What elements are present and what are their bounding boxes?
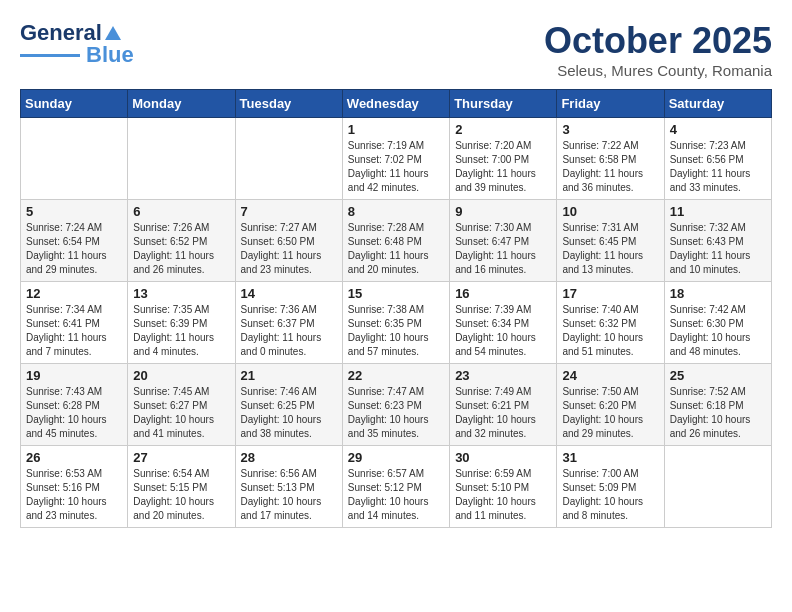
weekday-header-sunday: Sunday xyxy=(21,90,128,118)
day-info: Sunrise: 6:54 AM Sunset: 5:15 PM Dayligh… xyxy=(133,467,229,523)
calendar-cell: 26Sunrise: 6:53 AM Sunset: 5:16 PM Dayli… xyxy=(21,446,128,528)
day-number: 2 xyxy=(455,122,551,137)
day-info: Sunrise: 7:45 AM Sunset: 6:27 PM Dayligh… xyxy=(133,385,229,441)
day-info: Sunrise: 7:20 AM Sunset: 7:00 PM Dayligh… xyxy=(455,139,551,195)
day-info: Sunrise: 7:22 AM Sunset: 6:58 PM Dayligh… xyxy=(562,139,658,195)
calendar-table: SundayMondayTuesdayWednesdayThursdayFrid… xyxy=(20,89,772,528)
calendar-week-4: 19Sunrise: 7:43 AM Sunset: 6:28 PM Dayli… xyxy=(21,364,772,446)
calendar-week-3: 12Sunrise: 7:34 AM Sunset: 6:41 PM Dayli… xyxy=(21,282,772,364)
weekday-header-thursday: Thursday xyxy=(450,90,557,118)
day-info: Sunrise: 7:38 AM Sunset: 6:35 PM Dayligh… xyxy=(348,303,444,359)
day-number: 11 xyxy=(670,204,766,219)
day-number: 21 xyxy=(241,368,337,383)
day-number: 3 xyxy=(562,122,658,137)
calendar-cell: 3Sunrise: 7:22 AM Sunset: 6:58 PM Daylig… xyxy=(557,118,664,200)
calendar-cell: 16Sunrise: 7:39 AM Sunset: 6:34 PM Dayli… xyxy=(450,282,557,364)
calendar-cell xyxy=(128,118,235,200)
day-number: 14 xyxy=(241,286,337,301)
day-number: 29 xyxy=(348,450,444,465)
day-info: Sunrise: 7:26 AM Sunset: 6:52 PM Dayligh… xyxy=(133,221,229,277)
weekday-header-monday: Monday xyxy=(128,90,235,118)
calendar-cell: 24Sunrise: 7:50 AM Sunset: 6:20 PM Dayli… xyxy=(557,364,664,446)
day-number: 18 xyxy=(670,286,766,301)
calendar-cell: 12Sunrise: 7:34 AM Sunset: 6:41 PM Dayli… xyxy=(21,282,128,364)
day-number: 7 xyxy=(241,204,337,219)
calendar-cell: 31Sunrise: 7:00 AM Sunset: 5:09 PM Dayli… xyxy=(557,446,664,528)
day-number: 16 xyxy=(455,286,551,301)
calendar-cell: 21Sunrise: 7:46 AM Sunset: 6:25 PM Dayli… xyxy=(235,364,342,446)
logo-blue: Blue xyxy=(86,42,134,68)
day-number: 24 xyxy=(562,368,658,383)
day-number: 20 xyxy=(133,368,229,383)
logo: General Blue xyxy=(20,20,134,68)
day-number: 5 xyxy=(26,204,122,219)
day-info: Sunrise: 7:00 AM Sunset: 5:09 PM Dayligh… xyxy=(562,467,658,523)
svg-marker-0 xyxy=(105,26,121,40)
day-number: 6 xyxy=(133,204,229,219)
calendar-cell: 22Sunrise: 7:47 AM Sunset: 6:23 PM Dayli… xyxy=(342,364,449,446)
calendar-cell: 20Sunrise: 7:45 AM Sunset: 6:27 PM Dayli… xyxy=(128,364,235,446)
day-number: 1 xyxy=(348,122,444,137)
day-info: Sunrise: 7:46 AM Sunset: 6:25 PM Dayligh… xyxy=(241,385,337,441)
calendar-cell: 2Sunrise: 7:20 AM Sunset: 7:00 PM Daylig… xyxy=(450,118,557,200)
calendar-cell: 9Sunrise: 7:30 AM Sunset: 6:47 PM Daylig… xyxy=(450,200,557,282)
day-info: Sunrise: 7:23 AM Sunset: 6:56 PM Dayligh… xyxy=(670,139,766,195)
day-info: Sunrise: 6:59 AM Sunset: 5:10 PM Dayligh… xyxy=(455,467,551,523)
day-info: Sunrise: 7:31 AM Sunset: 6:45 PM Dayligh… xyxy=(562,221,658,277)
calendar-header-row: SundayMondayTuesdayWednesdayThursdayFrid… xyxy=(21,90,772,118)
day-info: Sunrise: 7:40 AM Sunset: 6:32 PM Dayligh… xyxy=(562,303,658,359)
calendar-cell: 19Sunrise: 7:43 AM Sunset: 6:28 PM Dayli… xyxy=(21,364,128,446)
day-info: Sunrise: 7:24 AM Sunset: 6:54 PM Dayligh… xyxy=(26,221,122,277)
month-title: October 2025 xyxy=(544,20,772,62)
calendar-cell: 7Sunrise: 7:27 AM Sunset: 6:50 PM Daylig… xyxy=(235,200,342,282)
calendar-cell: 30Sunrise: 6:59 AM Sunset: 5:10 PM Dayli… xyxy=(450,446,557,528)
day-info: Sunrise: 7:36 AM Sunset: 6:37 PM Dayligh… xyxy=(241,303,337,359)
calendar-cell: 10Sunrise: 7:31 AM Sunset: 6:45 PM Dayli… xyxy=(557,200,664,282)
calendar-cell: 25Sunrise: 7:52 AM Sunset: 6:18 PM Dayli… xyxy=(664,364,771,446)
day-info: Sunrise: 7:39 AM Sunset: 6:34 PM Dayligh… xyxy=(455,303,551,359)
subtitle: Seleus, Mures County, Romania xyxy=(544,62,772,79)
title-block: October 2025 Seleus, Mures County, Roman… xyxy=(544,20,772,79)
calendar-cell: 5Sunrise: 7:24 AM Sunset: 6:54 PM Daylig… xyxy=(21,200,128,282)
calendar-cell xyxy=(21,118,128,200)
weekday-header-saturday: Saturday xyxy=(664,90,771,118)
day-info: Sunrise: 7:30 AM Sunset: 6:47 PM Dayligh… xyxy=(455,221,551,277)
logo-triangle-icon xyxy=(104,24,122,42)
day-info: Sunrise: 7:32 AM Sunset: 6:43 PM Dayligh… xyxy=(670,221,766,277)
calendar-cell: 14Sunrise: 7:36 AM Sunset: 6:37 PM Dayli… xyxy=(235,282,342,364)
weekday-header-wednesday: Wednesday xyxy=(342,90,449,118)
page-header: General Blue October 2025 Seleus, Mures … xyxy=(20,20,772,79)
calendar-week-1: 1Sunrise: 7:19 AM Sunset: 7:02 PM Daylig… xyxy=(21,118,772,200)
day-number: 4 xyxy=(670,122,766,137)
day-info: Sunrise: 7:35 AM Sunset: 6:39 PM Dayligh… xyxy=(133,303,229,359)
day-number: 19 xyxy=(26,368,122,383)
day-info: Sunrise: 7:49 AM Sunset: 6:21 PM Dayligh… xyxy=(455,385,551,441)
calendar-cell: 13Sunrise: 7:35 AM Sunset: 6:39 PM Dayli… xyxy=(128,282,235,364)
day-info: Sunrise: 7:42 AM Sunset: 6:30 PM Dayligh… xyxy=(670,303,766,359)
calendar-cell: 4Sunrise: 7:23 AM Sunset: 6:56 PM Daylig… xyxy=(664,118,771,200)
day-info: Sunrise: 6:53 AM Sunset: 5:16 PM Dayligh… xyxy=(26,467,122,523)
calendar-cell: 11Sunrise: 7:32 AM Sunset: 6:43 PM Dayli… xyxy=(664,200,771,282)
day-info: Sunrise: 7:52 AM Sunset: 6:18 PM Dayligh… xyxy=(670,385,766,441)
day-info: Sunrise: 6:57 AM Sunset: 5:12 PM Dayligh… xyxy=(348,467,444,523)
day-info: Sunrise: 6:56 AM Sunset: 5:13 PM Dayligh… xyxy=(241,467,337,523)
day-number: 23 xyxy=(455,368,551,383)
day-info: Sunrise: 7:34 AM Sunset: 6:41 PM Dayligh… xyxy=(26,303,122,359)
day-number: 10 xyxy=(562,204,658,219)
calendar-cell xyxy=(664,446,771,528)
calendar-cell: 23Sunrise: 7:49 AM Sunset: 6:21 PM Dayli… xyxy=(450,364,557,446)
day-number: 25 xyxy=(670,368,766,383)
calendar-week-5: 26Sunrise: 6:53 AM Sunset: 5:16 PM Dayli… xyxy=(21,446,772,528)
day-info: Sunrise: 7:43 AM Sunset: 6:28 PM Dayligh… xyxy=(26,385,122,441)
calendar-cell: 29Sunrise: 6:57 AM Sunset: 5:12 PM Dayli… xyxy=(342,446,449,528)
day-info: Sunrise: 7:19 AM Sunset: 7:02 PM Dayligh… xyxy=(348,139,444,195)
day-number: 8 xyxy=(348,204,444,219)
calendar-cell: 18Sunrise: 7:42 AM Sunset: 6:30 PM Dayli… xyxy=(664,282,771,364)
day-number: 15 xyxy=(348,286,444,301)
day-number: 22 xyxy=(348,368,444,383)
weekday-header-tuesday: Tuesday xyxy=(235,90,342,118)
day-number: 17 xyxy=(562,286,658,301)
calendar-cell: 28Sunrise: 6:56 AM Sunset: 5:13 PM Dayli… xyxy=(235,446,342,528)
calendar-cell: 17Sunrise: 7:40 AM Sunset: 6:32 PM Dayli… xyxy=(557,282,664,364)
day-number: 31 xyxy=(562,450,658,465)
